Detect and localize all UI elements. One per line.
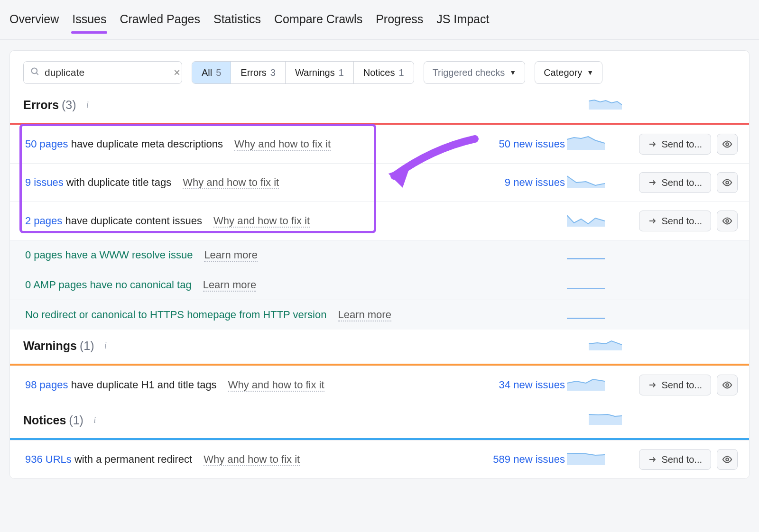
section-trend [589,97,622,112]
issue-row: 2 pages have duplicate content issuesWhy… [10,202,749,240]
clear-search-icon[interactable]: × [174,66,180,79]
svg-point-2 [726,143,729,146]
errors-count: (3) [62,98,76,112]
info-icon[interactable]: i [100,340,111,351]
passed-row: No redirect or canonical to HTTPS homepa… [10,300,749,330]
passed-row: 0 pages have a WWW resolve issueLearn mo… [10,240,749,270]
issue-count-link[interactable]: 2 pages [25,215,62,227]
warnings-title: Warnings [23,339,77,353]
issue-text: 0 AMP pages have no canonical tagLearn m… [25,279,463,291]
tab-compare-crawls[interactable]: Compare Crawls [274,12,362,33]
view-button[interactable] [717,449,738,470]
passed-row: 0 AMP pages have no canonical tagLearn m… [10,270,749,300]
issue-row: 9 issues with duplicate title tagsWhy an… [10,163,749,202]
new-issues-link[interactable]: 34 new issues [463,379,567,391]
sparkline [567,212,610,229]
new-issues-link[interactable]: 50 new issues [463,138,567,150]
send-to-button[interactable]: Send to... [639,211,711,231]
nav-tabs: Overview Issues Crawled Pages Statistics… [0,0,759,40]
issue-text: No redirect or canonical to HTTPS homepa… [25,309,463,321]
row-actions: Send to... [610,211,738,231]
view-button[interactable] [717,134,738,155]
sparkline [567,136,610,153]
svg-line-1 [37,73,38,74]
search-input[interactable] [45,67,169,78]
chevron-down-icon: ▼ [587,69,593,76]
learn-more-link[interactable]: Learn more [204,249,258,262]
row-actions: Send to... [610,375,738,395]
tab-crawled-pages[interactable]: Crawled Pages [120,12,200,33]
issue-count-link[interactable]: 936 URLs [25,453,72,465]
issue-text: 50 pages have duplicate meta description… [25,138,463,150]
search-input-wrap[interactable]: × [23,61,182,84]
issue-text: 0 pages have a WWW resolve issueLearn mo… [25,249,463,261]
sparkline [567,451,610,468]
learn-more-link[interactable]: Learn more [338,309,391,321]
tab-js-impact[interactable]: JS Impact [436,12,489,33]
errors-title: Errors [23,98,59,112]
row-actions: Send to... [610,449,738,470]
row-actions: Send to... [610,172,738,193]
sparkline [567,174,610,191]
issue-row: 98 pages have duplicate H1 and title tag… [10,366,749,404]
notices-count: (1) [69,413,83,427]
filters-bar: × All5 Errors3 Warnings1 Notices1 Trigge… [10,51,749,94]
notices-title: Notices [23,413,66,427]
view-button[interactable] [717,375,738,395]
new-issues-link[interactable]: 589 new issues [463,453,567,466]
sparkline [567,311,610,319]
seg-errors[interactable]: Errors3 [231,62,286,83]
row-actions: Send to... [610,134,738,155]
sparkline [567,251,610,259]
svg-point-3 [726,181,729,184]
tab-overview[interactable]: Overview [9,12,59,33]
dropdown-category[interactable]: Category▼ [535,61,602,84]
dropdown-triggered-checks[interactable]: Triggered checks▼ [424,61,526,84]
info-icon[interactable]: i [89,414,101,426]
sparkline [567,281,610,289]
svg-point-4 [726,220,729,222]
errors-rows: 50 pages have duplicate meta description… [10,125,749,240]
tab-issues[interactable]: Issues [72,12,106,33]
tab-progress[interactable]: Progress [376,12,423,33]
section-header-warnings: Warnings (1) i [10,330,749,364]
view-button[interactable] [717,172,738,193]
issue-text: 2 pages have duplicate content issuesWhy… [25,215,463,227]
why-how-link[interactable]: Why and how to fix it [228,379,324,392]
svg-point-6 [726,458,729,461]
learn-more-link[interactable]: Learn more [203,279,257,292]
sparkline [567,376,610,394]
section-trend [589,413,622,428]
seg-notices[interactable]: Notices1 [354,62,414,83]
issue-text: 98 pages have duplicate H1 and title tag… [25,379,463,391]
view-button[interactable] [717,211,738,231]
send-to-button[interactable]: Send to... [639,134,711,155]
issue-count-link[interactable]: 50 pages [25,138,68,150]
issues-panel: × All5 Errors3 Warnings1 Notices1 Trigge… [9,50,750,479]
chevron-down-icon: ▼ [509,69,516,76]
why-how-link[interactable]: Why and how to fix it [234,138,331,151]
seg-warnings[interactable]: Warnings1 [286,62,354,83]
issue-text: 9 issues with duplicate title tagsWhy an… [25,176,463,189]
why-how-link[interactable]: Why and how to fix it [183,176,279,189]
issue-count-link[interactable]: 9 issues [25,176,64,188]
svg-point-5 [726,384,729,386]
issue-text: 936 URLs with a permanent redirectWhy an… [25,453,463,466]
issue-row: 50 pages have duplicate meta description… [10,125,749,163]
send-to-button[interactable]: Send to... [639,375,711,395]
new-issues-link[interactable]: 9 new issues [463,176,567,189]
tab-statistics[interactable]: Statistics [213,12,261,33]
why-how-link[interactable]: Why and how to fix it [213,215,310,228]
issue-count-link[interactable]: 98 pages [25,379,68,391]
svg-point-0 [32,68,37,73]
info-icon[interactable]: i [82,99,93,110]
issue-row: 936 URLs with a permanent redirectWhy an… [10,440,749,478]
search-icon [30,67,40,79]
section-header-notices: Notices (1) i [10,404,749,438]
why-how-link[interactable]: Why and how to fix it [204,453,300,466]
section-header-errors: Errors (3) i [10,94,749,123]
send-to-button[interactable]: Send to... [639,449,711,470]
seg-all[interactable]: All5 [192,62,231,83]
filter-segments: All5 Errors3 Warnings1 Notices1 [192,61,414,84]
send-to-button[interactable]: Send to... [639,172,711,193]
